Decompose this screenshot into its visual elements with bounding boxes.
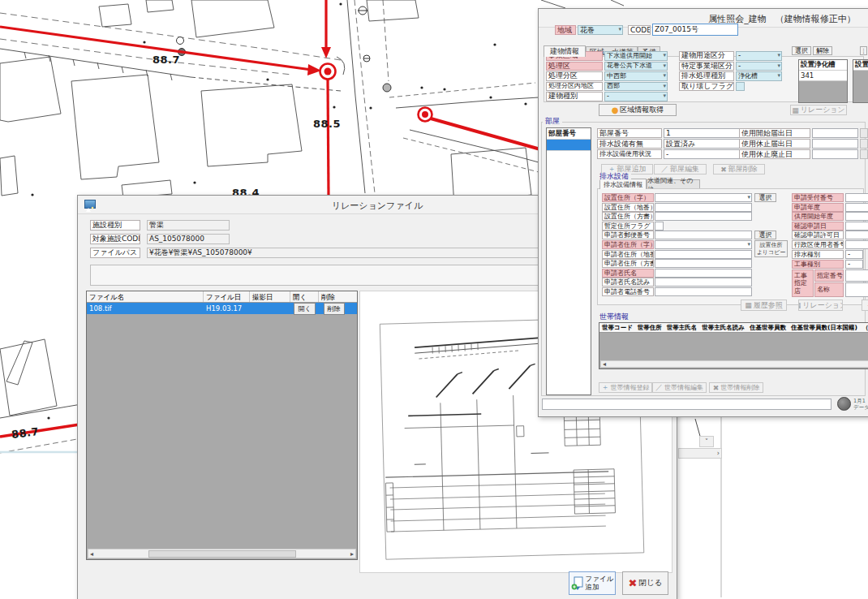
applicant-name-input[interactable] (655, 269, 752, 278)
attribute-inquiry-dialog: 属性照会_建物 （建物情報修正中） 地域 花巻 ▾ CODE Z07_0015号… (538, 8, 868, 417)
install-address-aza-dropdown[interactable]: ▾ (655, 193, 752, 202)
file-path-label: ファイルパス (90, 248, 140, 258)
grid-icon: ▦ (798, 301, 801, 309)
drainage-relation-button[interactable]: ▦ リレーション (798, 300, 843, 311)
installed-septic-list-2[interactable]: 設置 (853, 59, 868, 103)
application-receipt-no-input[interactable] (845, 193, 868, 202)
plus-icon: ＋ (602, 382, 609, 393)
scroll-left-icon[interactable]: ◂ (603, 360, 606, 368)
installed-septic-list[interactable]: 設置浄化槽 341 (798, 59, 848, 103)
delete-household-button[interactable]: ✖ 世帯情報削除 (709, 382, 763, 393)
more-button[interactable]: ⋮ (860, 46, 867, 55)
household-header-head-kana[interactable]: 世帯主氏名読み (702, 324, 745, 331)
household-header-members-jp[interactable]: 住基世帯員数(日本国籍) (791, 324, 857, 331)
room-list-selected-row[interactable] (547, 140, 591, 151)
select-button[interactable]: 選択 (792, 46, 811, 55)
household-header-head-name[interactable]: 世帯主氏名 (667, 324, 698, 331)
chevron-down-icon: ▾ (777, 63, 780, 69)
building-use-dropdown[interactable]: - ▾ (736, 51, 782, 61)
building-type-dropdown[interactable]: - ▾ (604, 92, 668, 101)
demolition-flag-checkbox[interactable] (736, 82, 745, 91)
designated-name-input[interactable] (845, 282, 868, 297)
edit-room-button[interactable]: ／ 部屋編集 (654, 164, 707, 175)
chevron-down-icon: ▾ (747, 242, 750, 248)
history-reference-button[interactable]: ▦ 履歴参照 (741, 300, 787, 311)
use-abolish-date-input[interactable] (812, 149, 858, 159)
map-horizontal-scrollbar[interactable]: › (678, 448, 722, 459)
use-start-date-input[interactable] (812, 128, 858, 138)
district-user-no-input[interactable] (845, 240, 868, 249)
room-number-list[interactable]: 部屋番号 (546, 127, 591, 395)
edit-household-button[interactable]: ／ 世帯情報編集 (652, 382, 707, 393)
register-household-label: 世帯情報登録 (611, 383, 650, 392)
subzone-district-dropdown[interactable]: 西部 ▾ (604, 82, 668, 92)
household-header-code[interactable]: 世帯コード (602, 324, 633, 331)
code-input[interactable]: Z07_0015号 (652, 24, 738, 36)
household-header-address[interactable]: 世帯住所 (638, 324, 662, 331)
application-year-label: 申請年度 (792, 203, 844, 212)
get-area-info-label: 区域情報取得 (620, 105, 664, 115)
status-input[interactable] (542, 399, 831, 410)
add-file-button[interactable]: ファイル 追加 (569, 571, 616, 595)
close-button[interactable]: ✖ 閉じる (622, 571, 668, 595)
household-header-members[interactable]: 住基世帯員数 (750, 324, 786, 331)
register-household-button[interactable]: ＋ 世帯情報登録 (599, 382, 652, 393)
chevron-right-icon: › (717, 450, 720, 457)
table-row[interactable]: 108.tif H19.03.17 開く 削除 (87, 303, 357, 314)
file-table-header-date[interactable]: ファイル日付 (204, 291, 250, 302)
scroll-left-icon[interactable]: ◂ (90, 550, 93, 558)
designated-number-input[interactable] (845, 269, 868, 282)
applicant-address-lot-input[interactable] (655, 250, 752, 259)
select-applicant-address-button[interactable]: 選択 (754, 231, 776, 239)
specified-business-dropdown[interactable]: - ▾ (736, 62, 782, 71)
use-pause-date-input[interactable] (812, 139, 858, 149)
designated-number-label: 指定番号 (814, 269, 844, 282)
file-table-header-delete[interactable]: 削除 (319, 291, 349, 302)
business-area-dropdown[interactable]: 下水道供用開始 ▾ (604, 51, 668, 61)
date-picker-button[interactable] (860, 149, 868, 159)
building-use-value: - (738, 52, 741, 59)
open-file-button[interactable]: 開く (294, 303, 315, 315)
septic-list-2-header: 設置 (853, 60, 868, 71)
file-table-header-name[interactable]: ファイル名 (87, 291, 204, 302)
region-dropdown[interactable]: 花巻 ▾ (578, 25, 623, 35)
applicant-phone-input[interactable] (655, 287, 752, 296)
install-address-lot-input[interactable] (655, 203, 752, 212)
delete-room-button[interactable]: ✖ 部屋削除 (713, 164, 765, 175)
select-install-address-button[interactable]: 選択 (754, 193, 776, 202)
delete-household-label: 世帯情報削除 (720, 383, 759, 392)
applicant-address-sub-input[interactable] (655, 259, 752, 268)
delete-file-button[interactable]: 削除 (324, 303, 345, 315)
applicant-address-aza-dropdown[interactable]: ▾ (655, 240, 752, 249)
file-table-hscrollbar[interactable]: ◂ ▸ (88, 549, 356, 558)
construction-kind-value[interactable]: - (845, 260, 863, 269)
treatment-subzone-dropdown[interactable]: 中西部 ▾ (604, 71, 668, 81)
extra-plus-button[interactable]: ＋ (862, 300, 868, 311)
date-picker-button[interactable] (860, 139, 868, 149)
file-table-header-shotdate[interactable]: 撮影日 (250, 291, 290, 302)
drainage-treatment-dropdown[interactable]: 浄化槽 ▾ (736, 71, 782, 81)
tab-building-info[interactable]: 建物情報 (544, 45, 586, 57)
treatment-zone-dropdown[interactable]: 花巻公共下水道 ▾ (604, 62, 668, 71)
file-table-header-open[interactable]: 開く (290, 291, 319, 302)
applicant-name-kana-input[interactable] (655, 278, 752, 287)
relation-button[interactable]: ▦ リレーション (790, 105, 847, 115)
map-vertical-scrollbar-arrow[interactable]: ˅ (699, 436, 714, 447)
drainage-kind-value[interactable]: - (845, 250, 863, 259)
scroll-right-icon[interactable]: ▸ (350, 550, 354, 558)
get-area-info-button[interactable]: ● 区域情報取得 (599, 104, 677, 116)
household-table-hscrollbar[interactable]: ◂ (600, 360, 868, 368)
confirm-application-date-input[interactable] (845, 222, 868, 231)
copy-from-install-address-button[interactable]: 設置住所 よりコピー (754, 240, 788, 257)
provisional-address-flag-checkbox[interactable] (655, 222, 664, 231)
household-header-partial[interactable]: （住 (862, 324, 868, 331)
release-button[interactable]: 解除 (813, 46, 832, 55)
septic-list-row[interactable]: 341 (799, 71, 847, 81)
install-address-sub-input[interactable] (655, 212, 752, 221)
confirm-permit-date-input[interactable] (845, 231, 868, 239)
service-start-year-input[interactable] (845, 212, 868, 221)
application-year-input[interactable] (845, 203, 868, 212)
date-picker-button[interactable] (860, 128, 868, 138)
chevron-down-icon: ▾ (663, 63, 666, 69)
applicant-postal-input[interactable] (655, 231, 752, 239)
